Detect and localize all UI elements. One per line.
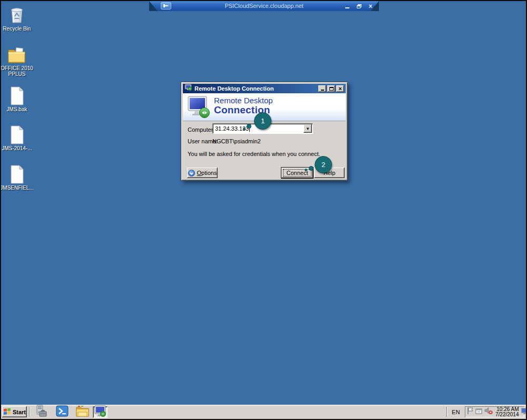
dialog-close-button[interactable]: × [336,85,344,92]
desktop-icon-label: JMS-2014-... [0,145,34,151]
callout-1-trail-dot-small [243,128,246,130]
dialog-maximize-button[interactable] [327,85,335,92]
restore-icon [357,4,362,8]
username-value: NGCBT\psiadmin2 [212,138,261,144]
document-icon [0,125,34,144]
session-window-icon[interactable] [475,407,483,417]
start-button[interactable]: Start [2,406,27,417]
quicklaunch-remote-desktop[interactable] [93,406,108,418]
document-icon [0,165,34,184]
dialog-titlebar[interactable]: Remote Desktop Connection × [183,84,346,93]
chevron-down-icon [188,170,195,177]
start-button-label: Start [13,409,26,415]
connection-bar: PSICloudService.cloudapp.net × [149,1,379,11]
computer-label: Computer: [188,126,214,133]
display-monitor-icon[interactable] [521,407,527,417]
desktop-icon-jms-2014[interactable]: JMS-2014-... [0,125,34,151]
explorer-folder-icon [76,405,89,419]
callout-2-trail-dot-small [305,169,307,171]
volume-muted-icon[interactable] [484,407,493,417]
options-button[interactable]: Options [187,168,218,178]
rdp-window-icon [184,84,192,93]
maximize-icon [329,87,334,91]
quicklaunch-explorer[interactable] [75,406,89,418]
taskbar: Start [1,405,526,419]
desktop-icon-label: OFFICE 2010 PPLUS [0,65,34,77]
options-button-label: Options [197,170,217,176]
rdp-logo-icon [186,95,211,121]
brand-line1: Remote Desktop [214,96,273,105]
windows-logo-icon [3,408,11,416]
taskbar-divider [29,407,30,417]
callout-1-badge: 1 [254,112,271,130]
callout-1-trail-dot [247,124,251,129]
system-tray: 10:26 AM 7/22/2014 [465,406,524,417]
document-icon [0,86,34,105]
remote-desktop-icon [94,405,106,419]
minimize-icon [321,90,324,91]
notification-flag-icon[interactable] [466,407,474,417]
tray-clock[interactable]: 10:26 AM 7/22/2014 [495,407,519,417]
connection-close-button[interactable]: × [366,2,375,10]
desktop-icon-label: Recycle Bin [0,26,34,32]
dialog-minimize-button[interactable] [318,85,326,92]
quicklaunch-powershell[interactable] [55,406,69,418]
clock-time: 10:26 AM [495,407,519,412]
remote-desktop-screen: PSICloudService.cloudapp.net × Recycle B… [0,0,527,420]
server-manager-icon [35,405,47,419]
desktop-icon-jmsenfield[interactable]: JMSENFIEL... [0,165,34,191]
minimize-icon [345,7,349,8]
powershell-icon [56,405,69,419]
folder-icon [0,46,34,64]
connection-minimize-button[interactable] [343,2,352,10]
credentials-info-text: You will be asked for credentials when y… [188,151,320,157]
desktop-icon-recycle-bin[interactable]: Recycle Bin [0,5,34,32]
quicklaunch-server-manager[interactable] [34,406,48,418]
recycle-bin-icon [0,5,34,25]
callout-2-badge: 2 [315,156,332,173]
language-indicator[interactable]: EN [450,407,462,417]
desktop-icon-label: JMS.bak [0,106,34,112]
desktop-icon-office-folder[interactable]: OFFICE 2010 PPLUS [0,46,34,77]
taskbar-divider [446,407,447,417]
callout-2-trail-dot [309,166,314,171]
clock-date: 7/22/2014 [495,412,519,417]
desktop-icon-label: JMSENFIEL... [0,185,34,191]
dialog-title: Remote Desktop Connection [194,85,317,92]
connection-restore-button[interactable] [354,2,364,10]
computer-dropdown-button[interactable]: ▼ [304,124,312,133]
desktop-icon-jms-bak[interactable]: JMS.bak [0,86,34,112]
